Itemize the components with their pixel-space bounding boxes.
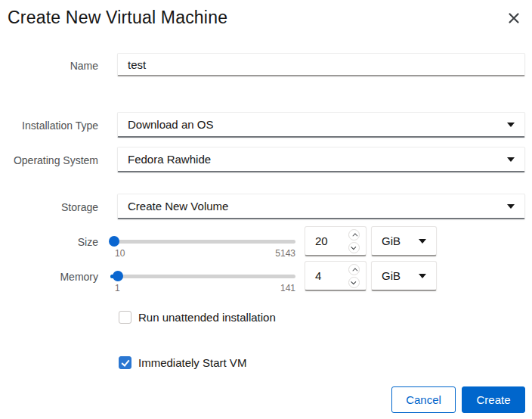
start-vm-checkbox-row[interactable]: Immediately Start VM <box>119 356 246 369</box>
chevron-down-icon <box>351 279 356 284</box>
installation-type-label: Installation Type <box>0 119 98 132</box>
size-increment-button[interactable] <box>348 229 360 241</box>
close-button[interactable] <box>505 9 523 27</box>
memory-unit-value: GiB <box>382 269 410 282</box>
size-unit-value: GiB <box>382 234 410 247</box>
memory-decrement-button[interactable] <box>348 277 360 288</box>
storage-label: Storage <box>0 201 98 213</box>
chevron-up-icon <box>352 233 357 238</box>
unattended-checkbox[interactable] <box>119 311 131 324</box>
chevron-down-icon <box>419 239 426 244</box>
size-min-label: 10 <box>115 248 125 259</box>
dialog-title: Create New Virtual Machine <box>8 8 227 28</box>
size-slider-thumb[interactable] <box>109 236 119 247</box>
operating-system-label: Operating System <box>0 154 98 166</box>
start-vm-checkbox[interactable] <box>119 356 131 369</box>
size-slider[interactable] <box>110 236 295 247</box>
cancel-button[interactable]: Cancel <box>391 386 456 413</box>
close-icon <box>508 12 520 24</box>
name-label: Name <box>0 60 98 72</box>
size-max-label: 5143 <box>220 248 295 259</box>
memory-spinner <box>348 264 360 288</box>
slider-track <box>110 275 295 278</box>
operating-system-select[interactable]: Fedora Rawhide <box>117 147 525 172</box>
size-value: 20 <box>315 234 348 247</box>
operating-system-value: Fedora Rawhide <box>128 153 507 166</box>
size-decrement-button[interactable] <box>348 242 360 253</box>
chevron-down-icon <box>507 157 515 162</box>
create-button[interactable]: Create <box>462 386 525 413</box>
memory-unit-select[interactable]: GiB <box>371 261 437 291</box>
installation-type-select[interactable]: Download an OS <box>117 112 525 138</box>
memory-increment-button[interactable] <box>348 264 360 275</box>
chevron-up-icon <box>352 268 357 273</box>
memory-min-label: 1 <box>115 283 120 293</box>
chevron-down-icon <box>419 274 426 278</box>
unattended-checkbox-label: Run unattended installation <box>138 311 276 324</box>
size-spinner <box>348 229 360 253</box>
storage-select[interactable]: Create New Volume <box>117 194 525 219</box>
memory-max-label: 141 <box>220 283 295 293</box>
memory-label: Memory <box>0 271 98 283</box>
size-unit-select[interactable]: GiB <box>371 226 437 256</box>
name-input-value: test <box>128 58 146 71</box>
unattended-checkbox-row[interactable]: Run unattended installation <box>119 311 276 324</box>
memory-slider[interactable] <box>110 271 295 281</box>
slider-track <box>110 240 295 244</box>
storage-value: Create New Volume <box>128 200 507 213</box>
memory-number-input[interactable]: 4 <box>305 261 367 291</box>
memory-value: 4 <box>315 269 348 282</box>
size-label: Size <box>0 236 98 248</box>
chevron-down-icon <box>507 204 515 209</box>
chevron-down-icon <box>351 244 356 250</box>
memory-slider-thumb[interactable] <box>113 271 123 281</box>
name-input[interactable]: test <box>117 53 525 76</box>
installation-type-value: Download an OS <box>128 118 507 131</box>
start-vm-checkbox-label: Immediately Start VM <box>138 356 246 369</box>
size-number-input[interactable]: 20 <box>305 226 367 256</box>
create-vm-dialog: Create New Virtual Machine Name test Ins… <box>0 0 532 419</box>
chevron-down-icon <box>507 123 515 127</box>
